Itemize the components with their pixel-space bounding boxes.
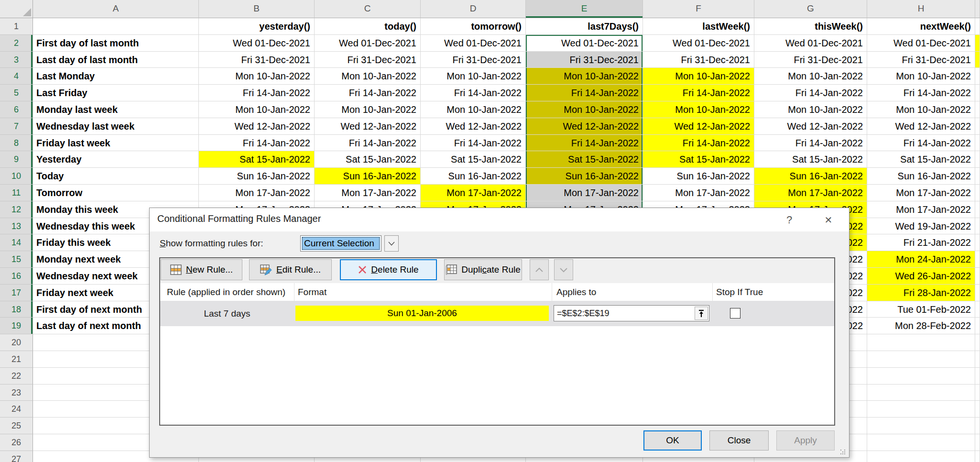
cell-F2[interactable]: Wed 01-Dec-2021 [643, 35, 754, 52]
cell-E8[interactable]: Fri 14-Jan-2022 [526, 135, 643, 152]
close-icon[interactable]: ✕ [821, 212, 836, 228]
cell-D10[interactable]: Sun 16-Jan-2022 [421, 168, 526, 185]
col-header-F[interactable]: F [643, 0, 754, 18]
move-rule-up-button[interactable] [530, 259, 549, 280]
cell-D1[interactable]: tomorrow() [421, 18, 526, 35]
cell-B10[interactable]: Sun 16-Jan-2022 [199, 168, 315, 185]
cell-E5[interactable]: Fri 14-Jan-2022 [526, 85, 643, 101]
cell-D7[interactable]: Wed 12-Jan-2022 [421, 118, 526, 135]
cell-H7[interactable]: Wed 12-Jan-2022 [867, 118, 975, 135]
cell-H27[interactable] [867, 451, 975, 462]
scope-dropdown[interactable]: Current Selection [300, 235, 381, 252]
row-header-6[interactable]: 6 [0, 101, 33, 118]
row-header-21[interactable]: 21 [0, 351, 33, 368]
applies-to-input[interactable]: =$E$2:$E$19 [554, 305, 709, 321]
row-header-27[interactable]: 27 [0, 451, 33, 462]
cell-D2[interactable]: Wed 01-Dec-2021 [421, 35, 526, 52]
cell-B5[interactable]: Fri 14-Jan-2022 [199, 85, 315, 101]
cell-G11[interactable]: Mon 17-Jan-2022 [754, 185, 867, 201]
cell-H2[interactable]: Wed 01-Dec-2021 [867, 35, 975, 52]
cell-C5[interactable]: Fri 14-Jan-2022 [315, 85, 421, 101]
cell-E10[interactable]: Sun 16-Jan-2022 [526, 168, 643, 185]
cell-C2[interactable]: Wed 01-Dec-2021 [315, 35, 421, 52]
col-header-G[interactable]: G [754, 0, 867, 18]
cell-B2[interactable]: Wed 01-Dec-2021 [199, 35, 315, 52]
cell-H17[interactable]: Fri 28-Jan-2022 [867, 285, 975, 301]
cell-F9[interactable]: Sat 15-Jan-2022 [643, 151, 754, 168]
apply-button[interactable]: Apply [776, 430, 835, 451]
cell-D5[interactable]: Fri 14-Jan-2022 [421, 85, 526, 101]
cell-D4[interactable]: Mon 10-Jan-2022 [421, 68, 526, 85]
cell-D11[interactable]: Mon 17-Jan-2022 [421, 185, 526, 201]
col-header-H[interactable]: H [867, 0, 975, 18]
cell-G6[interactable]: Mon 10-Jan-2022 [754, 101, 867, 118]
cell-G9[interactable]: Sat 15-Jan-2022 [754, 151, 867, 168]
cell-E4[interactable]: Mon 10-Jan-2022 [526, 68, 643, 85]
row-header-5[interactable]: 5 [0, 85, 33, 101]
cell-H21[interactable] [867, 351, 975, 368]
edit-rule-button[interactable]: Edit Rule... [249, 259, 332, 280]
cell-H24[interactable] [867, 401, 975, 418]
row-header-10[interactable]: 10 [0, 168, 33, 185]
cell-B11[interactable]: Mon 17-Jan-2022 [199, 185, 315, 201]
cell-F1[interactable]: lastWeek() [643, 18, 754, 35]
row-header-14[interactable]: 14 [0, 234, 33, 251]
row-header-13[interactable]: 13 [0, 218, 33, 235]
cell-H23[interactable] [867, 385, 975, 401]
cell-F4[interactable]: Mon 10-Jan-2022 [643, 68, 754, 85]
cell-A9[interactable]: Yesterday [33, 151, 199, 168]
cell-H18[interactable]: Tue 01-Feb-2022 [867, 301, 975, 318]
cell-B8[interactable]: Fri 14-Jan-2022 [199, 135, 315, 152]
cell-C3[interactable]: Fri 31-Dec-2021 [315, 52, 421, 68]
row-header-20[interactable]: 20 [0, 334, 33, 351]
cell-H15[interactable]: Mon 24-Jan-2022 [867, 251, 975, 268]
cell-H1[interactable]: nextWeek() [867, 18, 975, 35]
row-header-1[interactable]: 1 [0, 18, 33, 35]
ok-button[interactable]: OK [643, 430, 702, 451]
col-header-D[interactable]: D [421, 0, 526, 18]
row-header-12[interactable]: 12 [0, 201, 33, 218]
cell-B4[interactable]: Mon 10-Jan-2022 [199, 68, 315, 85]
row-header-22[interactable]: 22 [0, 368, 33, 385]
resize-grip[interactable] [840, 450, 841, 451]
scope-dropdown-arrow[interactable] [384, 235, 399, 252]
row-header-16[interactable]: 16 [0, 268, 33, 285]
row-header-2[interactable]: 2 [0, 35, 33, 52]
row-header-23[interactable]: 23 [0, 385, 33, 401]
cell-F3[interactable]: Fri 31-Dec-2021 [643, 52, 754, 68]
cell-E2[interactable]: Wed 01-Dec-2021 [526, 35, 643, 52]
cell-H5[interactable]: Fri 14-Jan-2022 [867, 85, 975, 101]
cell-H13[interactable]: Wed 19-Jan-2022 [867, 218, 975, 235]
col-header-E[interactable]: E [526, 0, 643, 18]
cell-A8[interactable]: Friday last week [33, 135, 199, 152]
row-header-26[interactable]: 26 [0, 434, 33, 451]
cell-C1[interactable]: today() [315, 18, 421, 35]
cell-H4[interactable]: Mon 10-Jan-2022 [867, 68, 975, 85]
cell-C10[interactable]: Sun 16-Jan-2022 [315, 168, 421, 185]
cell-H6[interactable]: Mon 10-Jan-2022 [867, 101, 975, 118]
cell-G2[interactable]: Wed 01-Dec-2021 [754, 35, 867, 52]
cell-B6[interactable]: Mon 10-Jan-2022 [199, 101, 315, 118]
cell-C6[interactable]: Mon 10-Jan-2022 [315, 101, 421, 118]
cell-D8[interactable]: Fri 14-Jan-2022 [421, 135, 526, 152]
cell-A11[interactable]: Tomorrow [33, 185, 199, 201]
cell-D3[interactable]: Fri 31-Dec-2021 [421, 52, 526, 68]
cell-F5[interactable]: Fri 14-Jan-2022 [643, 85, 754, 101]
close-button[interactable]: Close [709, 430, 769, 451]
help-icon[interactable]: ? [782, 212, 797, 228]
cell-E6[interactable]: Mon 10-Jan-2022 [526, 101, 643, 118]
cell-C9[interactable]: Sat 15-Jan-2022 [315, 151, 421, 168]
cell-A10[interactable]: Today [33, 168, 199, 185]
cell-H22[interactable] [867, 368, 975, 385]
collapse-dialog-button[interactable] [695, 307, 708, 320]
rule-row[interactable]: Last 7 days Sun 01-Jan-2006 =$E$2:$E$19 [160, 301, 834, 326]
cell-A1[interactable] [33, 18, 199, 35]
cell-H9[interactable]: Sat 15-Jan-2022 [867, 151, 975, 168]
cell-H25[interactable] [867, 418, 975, 434]
row-header-8[interactable]: 8 [0, 135, 33, 152]
cell-C7[interactable]: Wed 12-Jan-2022 [315, 118, 421, 135]
cell-G3[interactable]: Fri 31-Dec-2021 [754, 52, 867, 68]
cell-E1[interactable]: last7Days() [526, 18, 643, 35]
row-header-19[interactable]: 19 [0, 318, 33, 334]
select-all-corner[interactable] [0, 0, 33, 18]
